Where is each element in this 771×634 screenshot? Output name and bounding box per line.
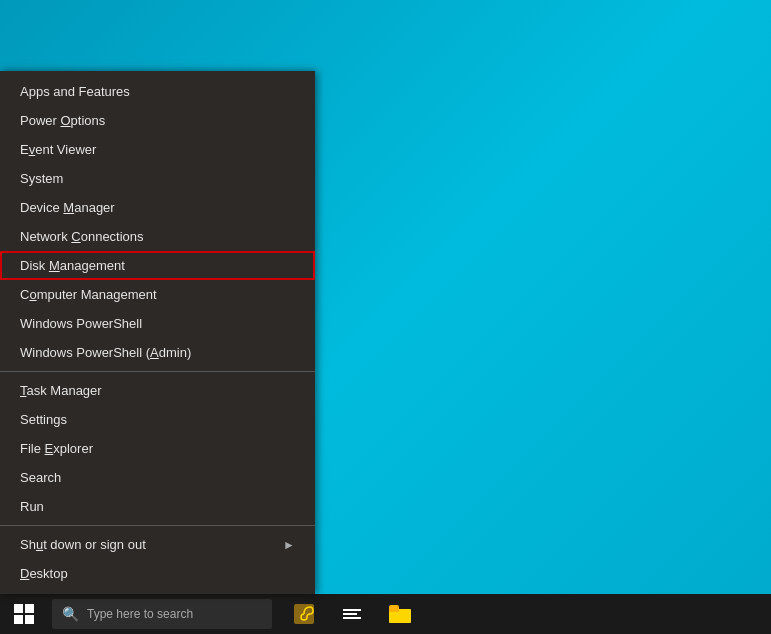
menu-item-windows-powershell[interactable]: Windows PowerShell (0, 309, 315, 338)
taskbar-recent-icon[interactable] (282, 594, 326, 634)
file-explorer-button[interactable] (378, 594, 422, 634)
menu-item-file-explorer[interactable]: File Explorer (0, 434, 315, 463)
menu-item-run[interactable]: Run (0, 492, 315, 521)
file-explorer-icon (389, 605, 411, 623)
task-view-button[interactable] (330, 594, 374, 634)
task-view-icon (343, 609, 361, 619)
menu-item-label: Apps and Features (20, 84, 130, 99)
menu-item-desktop[interactable]: Desktop (0, 559, 315, 588)
menu-item-computer-management[interactable]: Computer Management (0, 280, 315, 309)
menu-item-label: Network Connections (20, 229, 144, 244)
menu-item-label: Device Manager (20, 200, 115, 215)
menu-item-label: Power Options (20, 113, 105, 128)
menu-item-label: Task Manager (20, 383, 102, 398)
menu-item-label: Shut down or sign out (20, 537, 146, 552)
menu-item-label: Desktop (20, 566, 68, 581)
menu-item-label: Windows PowerShell (20, 316, 142, 331)
menu-item-settings[interactable]: Settings (0, 405, 315, 434)
context-menu: Apps and Features Power Options Event Vi… (0, 71, 315, 594)
taskbar-search-box[interactable]: 🔍 Type here to search (52, 599, 272, 629)
menu-item-power-options[interactable]: Power Options (0, 106, 315, 135)
menu-divider-1 (0, 371, 315, 372)
menu-item-label: Disk Management (20, 258, 125, 273)
menu-item-label: File Explorer (20, 441, 93, 456)
start-button[interactable] (0, 594, 48, 634)
menu-item-label: Settings (20, 412, 67, 427)
desktop: Apps and Features Power Options Event Vi… (0, 0, 771, 634)
menu-item-event-viewer[interactable]: Event Viewer (0, 135, 315, 164)
windows-logo-icon (14, 604, 34, 624)
menu-divider-2 (0, 525, 315, 526)
menu-item-label: Run (20, 499, 44, 514)
menu-item-shut-down[interactable]: Shut down or sign out ► (0, 530, 315, 559)
menu-item-label: Windows PowerShell (Admin) (20, 345, 191, 360)
menu-item-label: Computer Management (20, 287, 157, 302)
menu-item-label: Search (20, 470, 61, 485)
menu-item-system[interactable]: System (0, 164, 315, 193)
menu-item-label: Event Viewer (20, 142, 96, 157)
menu-item-network-connections[interactable]: Network Connections (0, 222, 315, 251)
menu-item-task-manager[interactable]: Task Manager (0, 376, 315, 405)
menu-item-device-manager[interactable]: Device Manager (0, 193, 315, 222)
fibonacci-icon (293, 603, 315, 625)
taskbar: 🔍 Type here to search (0, 594, 771, 634)
menu-item-label: System (20, 171, 63, 186)
menu-item-apps-features[interactable]: Apps and Features (0, 77, 315, 106)
search-icon: 🔍 (62, 606, 79, 622)
menu-item-search[interactable]: Search (0, 463, 315, 492)
taskbar-icon-group (282, 594, 422, 634)
menu-item-windows-powershell-admin[interactable]: Windows PowerShell (Admin) (0, 338, 315, 367)
search-placeholder-text: Type here to search (87, 607, 193, 621)
submenu-arrow-icon: ► (283, 538, 295, 552)
menu-item-disk-management[interactable]: Disk Management (0, 251, 315, 280)
